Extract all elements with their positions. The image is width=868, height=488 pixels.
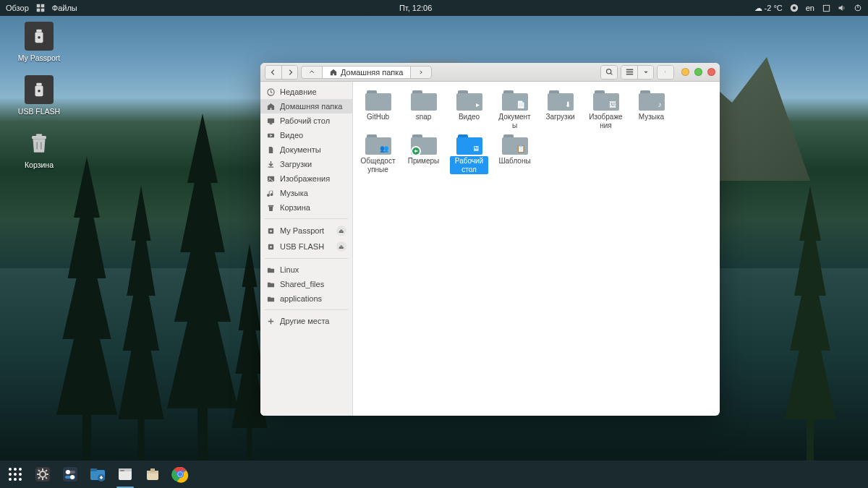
sidebar-item-place[interactable]: Корзина	[260, 200, 352, 215]
trash-icon	[25, 129, 54, 158]
titlebar[interactable]: Домашняя папка	[260, 63, 720, 82]
path-segment-label: Домашняя папка	[341, 68, 403, 77]
desktop-icons: My Passport USB FLASH Корзина	[13, 22, 65, 182]
file-grid-area[interactable]: GitHubsnap▸Видео📄Документы⬇Загрузки🖼Изоб…	[353, 82, 720, 416]
eject-button[interactable]: ⏏	[336, 226, 346, 236]
eject-button[interactable]: ⏏	[336, 241, 346, 252]
activities-button[interactable]: Обзор	[6, 4, 29, 12]
folder-item[interactable]: 🖼Изображения	[587, 89, 625, 130]
files-icon	[116, 466, 134, 483]
search-button[interactable]	[601, 66, 617, 79]
dock-item-downloads[interactable]	[87, 463, 109, 485]
folder-item[interactable]: GitHub	[359, 89, 397, 130]
path-expand-button[interactable]	[410, 67, 431, 78]
path-up-button[interactable]	[302, 67, 322, 78]
folder-icon: 🖥	[455, 133, 484, 155]
dock-item-settings[interactable]	[32, 463, 54, 485]
sidebar-item-device[interactable]: USB FLASH⏏	[260, 239, 352, 254]
maximize-button[interactable]	[694, 68, 702, 76]
sidebar-item-place[interactable]: Рабочий стол	[260, 114, 352, 128]
sidebar-item-label: Linux	[280, 265, 299, 274]
folder-icon	[266, 280, 275, 288]
dock-item-software[interactable]	[142, 463, 163, 485]
places-indicator-icon[interactable]	[790, 4, 799, 12]
documents-icon	[266, 145, 275, 154]
sidebar-item-device[interactable]: My Passport⏏	[260, 223, 352, 239]
clock-icon	[266, 87, 275, 96]
sidebar-item-place[interactable]: Музыка	[260, 186, 352, 200]
dock-item-files[interactable]	[114, 463, 136, 485]
sidebar-item-place[interactable]: Документы	[260, 142, 352, 157]
desktop-icon-usb-flash[interactable]: USB FLASH	[13, 75, 65, 116]
sidebar-item-other[interactable]: Другие места	[260, 314, 352, 328]
volume-icon[interactable]	[838, 4, 846, 12]
symlink-emblem-icon	[411, 146, 421, 156]
sidebar-item-place[interactable]: Недавние	[260, 85, 352, 99]
folder-item[interactable]: 📋Шаблоны	[495, 133, 534, 174]
view-toggle-button[interactable]	[621, 66, 637, 79]
close-button[interactable]	[707, 68, 715, 76]
folder-icon	[409, 89, 438, 111]
weather-temp: -2 °C	[765, 4, 783, 12]
folder-label: Музыка	[637, 112, 665, 122]
sidebar-item-place[interactable]: Домашняя папка	[260, 99, 352, 114]
minimize-button[interactable]	[681, 68, 689, 76]
folder-item[interactable]: 📄Документы	[495, 89, 534, 130]
nav-buttons	[265, 65, 298, 80]
svg-rect-21	[626, 69, 632, 71]
svg-rect-15	[32, 136, 46, 139]
desktop-icon-label: My Passport	[18, 53, 60, 62]
forward-button[interactable]	[281, 66, 297, 79]
video-icon	[266, 131, 275, 140]
clock[interactable]: Пт, 12:06	[77, 4, 754, 12]
svg-rect-9	[36, 30, 41, 33]
desktop-icon-my-passport[interactable]: My Passport	[13, 22, 65, 62]
svg-point-25	[665, 72, 665, 72]
folder-item[interactable]: Примеры	[404, 133, 443, 174]
sidebar-item-place[interactable]: Изображения	[260, 171, 352, 186]
folder-item[interactable]: 👥Общедоступные	[359, 133, 397, 174]
path-segment-home[interactable]: Домашняя папка	[322, 67, 410, 78]
dock-item-tweaks[interactable]	[59, 463, 81, 485]
home-icon	[266, 102, 275, 111]
folder-icon	[364, 89, 393, 111]
keyboard-layout-indicator[interactable]: en	[806, 4, 814, 12]
folder-label: Шаблоны	[497, 156, 532, 166]
usb-drive-icon	[25, 75, 54, 104]
folder-item[interactable]: ♪Музыка	[632, 89, 671, 130]
dock-item-chrome[interactable]	[169, 463, 191, 485]
sidebar-item-bookmark[interactable]: applications	[260, 291, 352, 306]
weather-indicator[interactable]: ☁ -2 °C	[754, 4, 783, 13]
sidebar-item-bookmark[interactable]: Shared_files	[260, 277, 352, 291]
hamburger-menu-button[interactable]	[658, 66, 673, 79]
dock-item-apps[interactable]	[4, 463, 26, 485]
images-emblem-icon: 🖼	[609, 100, 616, 108]
power-icon[interactable]	[854, 4, 862, 12]
sidebar-item-bookmark[interactable]: Linux	[260, 262, 352, 277]
svg-rect-3	[41, 9, 45, 12]
sidebar-item-label: Домашняя папка	[280, 102, 342, 111]
folder-label: Рабочий стол	[450, 156, 488, 174]
folder-label: Изображения	[587, 112, 625, 130]
app-menu-label[interactable]: Файлы	[52, 4, 77, 12]
window-indicator-icon[interactable]	[822, 4, 830, 12]
sidebar-item-label: Другие места	[280, 317, 330, 325]
svg-rect-12	[36, 83, 41, 86]
sidebar-item-label: Документы	[280, 145, 321, 154]
folder-item[interactable]: ▸Видео	[450, 89, 488, 130]
sidebar-item-place[interactable]: Видео	[260, 128, 352, 142]
svg-rect-23	[626, 74, 632, 75]
folder-item[interactable]: 🖥Рабочий стол	[450, 133, 488, 174]
svg-point-14	[38, 90, 41, 93]
app-menu-icon[interactable]	[36, 4, 45, 12]
disk-icon	[266, 242, 275, 251]
folder-item[interactable]: ⬇Загрузки	[541, 89, 579, 130]
home-icon	[330, 69, 337, 76]
svg-rect-6	[823, 5, 829, 11]
folder-item[interactable]: snap	[404, 89, 443, 130]
view-dropdown-button[interactable]	[637, 66, 653, 79]
desktop-icon-trash[interactable]: Корзина	[13, 129, 65, 169]
sidebar-item-place[interactable]: Загрузки	[260, 157, 352, 171]
back-button[interactable]	[265, 66, 281, 79]
svg-point-51	[66, 470, 70, 474]
